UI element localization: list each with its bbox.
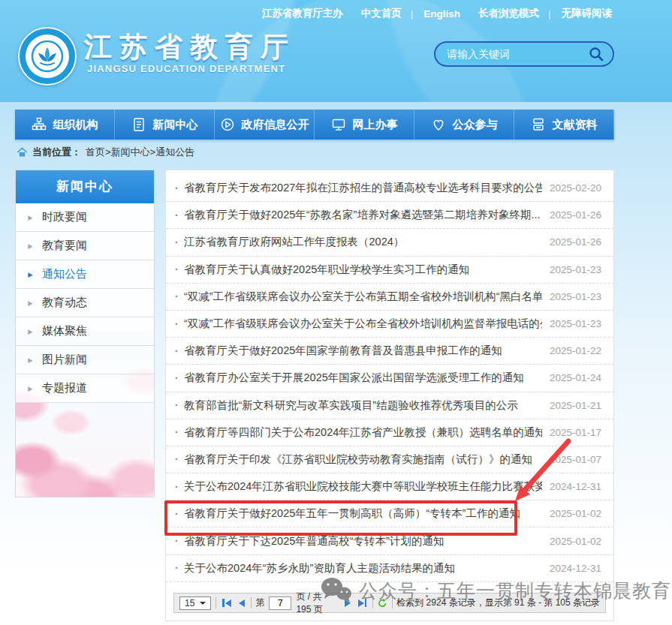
- site-logo: [18, 27, 77, 86]
- news-item-title[interactable]: 省教育厅办公室关于开展2025年国家公派出国留学选派受理工作的通知: [184, 371, 542, 385]
- first-page-button[interactable]: [221, 597, 233, 608]
- top-link[interactable]: English: [423, 8, 460, 20]
- sidebar-item[interactable]: ▶ 图片新闻: [16, 346, 154, 374]
- news-item-date: 2025-01-21: [550, 400, 601, 411]
- arrow-right-icon: ▶: [28, 214, 32, 221]
- link-divider: |: [411, 8, 414, 20]
- news-item-title[interactable]: 省教育厅关于印发《江苏省职业院校劳动教育实施指南（试行）》的通知: [184, 452, 542, 467]
- sidebar-item[interactable]: ▶ 通知公告: [16, 260, 154, 289]
- page-label-suffix: 页 / 共 195 页: [296, 590, 338, 616]
- lotus-emblem-icon: [31, 40, 64, 73]
- news-item-title[interactable]: 省教育厅等四部门关于公布2024年江苏省产业教授（兼职）选聘名单的通知: [184, 425, 542, 440]
- news-list-panel: · 省教育厅关于发布2027年拟在江苏招生的普通高校专业选考科目要求的公告 20…: [165, 170, 614, 621]
- result-count-text: 检索到 2924 条记录，显示第 91 条 - 第 105 条记录: [396, 596, 600, 609]
- page-size-select[interactable]: 15: [179, 596, 211, 610]
- nav-item[interactable]: 网上办事: [315, 110, 414, 140]
- prev-page-button[interactable]: [237, 598, 246, 608]
- top-link[interactable]: 长者浏览模式: [478, 7, 539, 20]
- nav-item[interactable]: 政府信息公开: [215, 110, 315, 140]
- news-item[interactable]: · 省教育厅关于做好2025年国家学前教育普及普惠县申报工作的通知 2025-0…: [166, 338, 613, 365]
- bullet-icon: ·: [175, 209, 184, 221]
- news-item-title[interactable]: “双减”工作省级联席会议办公室关于公布全省校外培训机构监督举报电话的公...: [184, 317, 542, 331]
- nav-item[interactable]: 组织机构: [15, 110, 115, 140]
- bullet-icon: ·: [175, 481, 184, 493]
- arrow-right-icon: ▶: [28, 356, 32, 364]
- news-item-title[interactable]: 关于公布2024年“苏乡永助”资助育人主题活动结果的通知: [184, 561, 542, 575]
- news-item[interactable]: · “双减”工作省级联席会议办公室关于公布全省校外培训机构监督举报电话的公...…: [166, 311, 613, 338]
- sidebar-item[interactable]: ▶ 媒体聚焦: [16, 317, 154, 346]
- top-link[interactable]: 中文首页: [361, 7, 402, 20]
- page-label-prefix: 第: [255, 596, 264, 609]
- news-item-title[interactable]: 省教育厅关于做好2025年国家学前教育普及普惠县申报工作的通知: [184, 344, 542, 358]
- sidebar-item[interactable]: ▶ 专题报道: [16, 374, 154, 403]
- news-item[interactable]: · 省教育厅等四部门关于公布2024年江苏省产业教授（兼职）选聘名单的通知 20…: [166, 419, 613, 446]
- news-item[interactable]: · 省教育厅办公室关于开展2025年国家公派出国留学选派受理工作的通知 2025…: [166, 365, 613, 392]
- news-center-icon: [131, 117, 146, 132]
- last-page-button[interactable]: [357, 597, 369, 608]
- search-input[interactable]: [447, 48, 587, 60]
- refresh-icon[interactable]: [378, 597, 387, 609]
- bullet-icon: ·: [175, 426, 184, 438]
- arrow-right-icon: ▶: [28, 385, 32, 392]
- news-item-date: 2025-01-23: [550, 291, 601, 302]
- news-item-title[interactable]: 省教育厅关于发布2027年拟在江苏招生的普通高校专业选考科目要求的公告: [184, 181, 542, 195]
- bullet-icon: ·: [175, 263, 184, 275]
- divider: [215, 597, 216, 608]
- bullet-icon: ·: [175, 318, 184, 330]
- news-item[interactable]: · 省教育厅关于发布2027年拟在江苏招生的普通高校专业选考科目要求的公告 20…: [166, 175, 613, 202]
- arrow-right-icon: ▶: [28, 242, 32, 250]
- divider: [372, 597, 373, 608]
- news-item-title[interactable]: 江苏省教育厅政府网站工作年度报表（2024）: [184, 235, 542, 249]
- news-item[interactable]: · 省教育厅关于认真做好2025年职业学校学生实习工作的通知 2025-01-2…: [166, 257, 613, 284]
- news-item-date: 2025-02-20: [550, 182, 601, 194]
- next-page-button[interactable]: [343, 598, 352, 608]
- site-title: 江苏省教育厅: [84, 29, 296, 66]
- news-item-title[interactable]: 省教育厅关于认真做好2025年职业学校学生实习工作的通知: [184, 263, 542, 277]
- news-item[interactable]: · 省教育厅关于做好2025年“苏教名家”培养对象遴选暨第二期培养对象终期...…: [166, 202, 613, 229]
- news-item-title[interactable]: “双减”工作省级联席会议办公室关于公布第五期全省校外培训机构“黑白名单...: [184, 290, 542, 304]
- news-item-title[interactable]: 关于公布2024年江苏省职业院校技能大赛中等职业学校班主任能力比赛获奖: [184, 479, 542, 494]
- page-number-input[interactable]: [269, 596, 291, 610]
- news-item-date: 2025-01-24: [550, 372, 601, 383]
- top-link[interactable]: 江苏省教育厅主办: [262, 7, 343, 20]
- bullet-icon: ·: [175, 562, 184, 574]
- bullet-icon: ·: [175, 508, 184, 520]
- search-box: [434, 41, 614, 67]
- news-item-date: 2024-12-31: [550, 563, 601, 574]
- nav-item[interactable]: 文献资料: [514, 110, 614, 140]
- news-item-date: 2025-01-22: [550, 345, 601, 356]
- sidebar-item[interactable]: ▶ 教育动态: [16, 289, 154, 317]
- nav-item[interactable]: 公众参与: [414, 110, 514, 140]
- bullet-icon: ·: [175, 372, 184, 384]
- news-item-date: 2025-01-23: [550, 264, 601, 275]
- site-subtitle: JIANGSU EDUCATION DEPARTMENT: [87, 63, 285, 74]
- nav-item[interactable]: 新闻中心: [115, 110, 215, 140]
- news-item-title[interactable]: 省教育厅关于做好2025年“苏教名家”培养对象遴选暨第二期培养对象终期...: [184, 208, 542, 222]
- org-structure-icon: [32, 117, 47, 132]
- bullet-icon: ·: [175, 399, 184, 411]
- news-item-title[interactable]: 教育部首批“新文科研究与改革实践项目”结题验收推荐优秀项目的公示: [184, 398, 542, 413]
- news-item[interactable]: · “双减”工作省级联席会议办公室关于公布第五期全省校外培训机构“黑白名单...…: [166, 284, 613, 311]
- top-link[interactable]: 无障碍阅读: [562, 7, 613, 20]
- bullet-icon: ·: [175, 236, 184, 248]
- news-list: · 省教育厅关于发布2027年拟在江苏招生的普通高校专业选考科目要求的公告 20…: [166, 170, 613, 582]
- news-item[interactable]: · 省教育厅关于下达2025年普通高校“专转本”计划的通知 2025-01-02: [166, 527, 613, 554]
- news-item-date: 2025-01-26: [550, 209, 601, 221]
- breadcrumb-path[interactable]: 首页>新闻中心>通知公告: [86, 146, 194, 159]
- news-item-title[interactable]: 省教育厅关于下达2025年普通高校“专转本”计划的通知: [184, 534, 542, 548]
- news-item[interactable]: · 关于公布2024年“苏乡永助”资助育人主题活动结果的通知 2024-12-3…: [166, 555, 613, 582]
- search-icon[interactable]: [587, 45, 605, 63]
- news-item-title[interactable]: 省教育厅关于做好2025年五年一贯制高职（高师）“专转本”工作的通知: [184, 506, 542, 521]
- news-item[interactable]: · 省教育厅关于印发《江苏省职业院校劳动教育实施指南（试行）》的通知 2025-…: [166, 446, 613, 473]
- sidebar-item[interactable]: ▶ 教育要闻: [16, 232, 154, 260]
- news-item[interactable]: · 省教育厅关于做好2025年五年一贯制高职（高师）“专转本”工作的通知 202…: [166, 500, 613, 527]
- news-item[interactable]: · 教育部首批“新文科研究与改革实践项目”结题验收推荐优秀项目的公示 2025-…: [166, 392, 613, 419]
- sidebar-item[interactable]: ▶ 时政要闻: [16, 203, 154, 232]
- news-item[interactable]: · 江苏省教育厅政府网站工作年度报表（2024） 2025-01-26: [166, 229, 613, 256]
- pagination-bar: 15 第 页 / 共 195 页 检索到 2924 条记录，显示第 91 条 -…: [173, 593, 606, 613]
- link-divider: |: [548, 8, 551, 20]
- arrow-right-icon: ▶: [28, 299, 32, 307]
- news-item[interactable]: · 关于公布2024年江苏省职业院校技能大赛中等职业学校班主任能力比赛获奖 20…: [166, 473, 613, 500]
- arrow-right-icon: ▶: [28, 271, 32, 278]
- site-header: | 江苏省教育厅主办 | 中文首页 | English | 长者浏览模式: [0, 0, 672, 102]
